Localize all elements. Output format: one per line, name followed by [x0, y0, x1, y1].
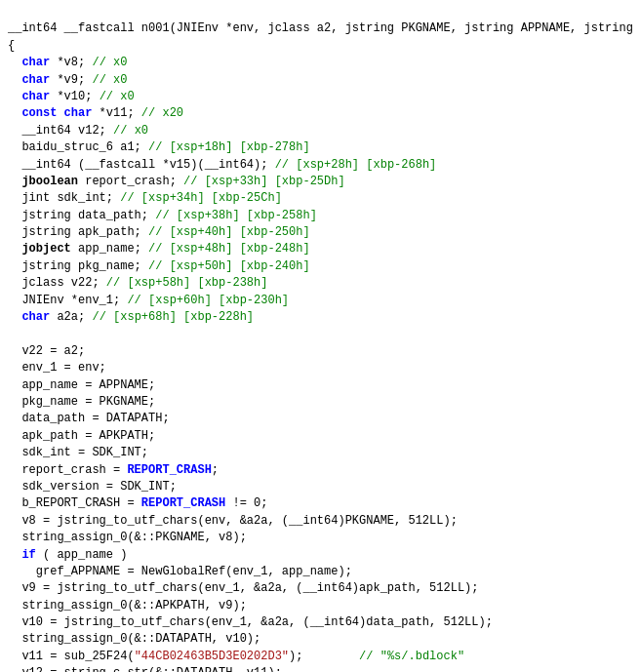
code-token: // [xsp+28h] [xbp-268h]	[275, 158, 437, 172]
code-token: jboolean	[21, 175, 78, 188]
code-line: JNIEnv *env_1; // [xsp+60h] [xbp-230h]	[0, 293, 640, 309]
code-token: // [xsp+18h] [xbp-278h]	[148, 140, 310, 154]
code-token: // x0	[113, 124, 148, 138]
code-token: // [xsp+50h] [xbp-240h]	[148, 259, 310, 273]
code-line: const char *v11; // x20	[0, 105, 640, 122]
code-line: jobject app_name; // [xsp+48h] [xbp-248h…	[0, 241, 640, 257]
code-token: "44CB02463B5D3E0202D3"	[135, 650, 289, 663]
code-token: // x20	[141, 106, 183, 120]
code-line: app_name = APPNAME;	[0, 377, 640, 394]
code-token: // [xsp+40h] [xbp-250h]	[148, 225, 310, 239]
code-line: jstring data_path; // [xsp+38h] [xbp-258…	[0, 208, 640, 224]
code-line: jboolean report_crash; // [xsp+33h] [xbp…	[0, 174, 640, 190]
code-line: __int64 (__fastcall *v15)(__int64); // […	[0, 157, 640, 174]
code-line: gref_APPNAME = NewGlobalRef(env_1, app_n…	[0, 564, 640, 580]
code-line: b_REPORT_CRASH = REPORT_CRASH != 0;	[0, 495, 640, 512]
code-line: v11 = sub_25F24("44CB02463B5D3E0202D3");…	[0, 649, 640, 665]
code-line: baidu_struc_6 a1; // [xsp+18h] [xbp-278h…	[0, 139, 640, 156]
code-token: // x0	[92, 73, 127, 87]
code-line: if ( app_name )	[0, 547, 640, 564]
code-line: sdk_int = SDK_INT;	[0, 445, 640, 461]
code-token: // [xsp+34h] [xbp-25Ch]	[120, 191, 282, 205]
code-line: __int64 v12; // x0	[0, 123, 640, 139]
code-line: string_assign_0(&::DATAPATH, v10);	[0, 631, 640, 648]
code-token: // x0	[100, 90, 135, 103]
code-line: report_crash = REPORT_CRASH;	[0, 462, 640, 479]
code-token: // x0	[92, 56, 127, 69]
code-line: v9 = jstring_to_utf_chars(env_1, &a2a, (…	[0, 580, 640, 597]
code-line: ​	[0, 326, 640, 342]
code-token: // [xsp+58h] [xbp-238h]	[106, 276, 268, 290]
code-line: data_path = DATAPATH;	[0, 411, 640, 427]
code-token: // [xsp+33h] [xbp-25Dh]	[183, 175, 345, 188]
code-token: // [xsp+38h] [xbp-258h]	[155, 209, 317, 222]
code-token: // [xsp+60h] [xbp-230h]	[127, 294, 289, 307]
code-line: string_assign_0(&::APKPATH, v9);	[0, 598, 640, 614]
code-line: char *v9; // x0	[0, 72, 640, 89]
code-token: jobject	[21, 242, 70, 256]
code-line: v22 = a2;	[0, 343, 640, 360]
code-line: jstring pkg_name; // [xsp+50h] [xbp-240h…	[0, 258, 640, 275]
code-line: sdk_version = SDK_INT;	[0, 479, 640, 495]
code-line: jclass v22; // [xsp+58h] [xbp-238h]	[0, 275, 640, 292]
code-token: char	[21, 90, 50, 103]
code-token: REPORT_CRASH	[127, 463, 211, 477]
code-line: pkg_name = PKGNAME;	[0, 394, 640, 411]
code-token: if	[21, 548, 35, 562]
code-line: {	[0, 38, 640, 55]
code-line: char *v10; // x0	[0, 89, 640, 105]
code-line: char *v8; // x0	[0, 55, 640, 71]
code-token: char	[21, 56, 50, 69]
code-line: v10 = jstring_to_utf_chars(env_1, &a2a, …	[0, 614, 640, 631]
code-line: string_assign_0(&::PKGNAME, v8);	[0, 530, 640, 546]
code-line: env_1 = env;	[0, 360, 640, 376]
code-view: __int64 __fastcall n001(JNIEnv *env, jcl…	[0, 0, 640, 672]
code-line: apk_path = APKPATH;	[0, 428, 640, 445]
code-line: char a2a; // [xsp+68h] [xbp-228h]	[0, 309, 640, 326]
code-token: const char	[21, 106, 92, 120]
code-line: v12 = string_c_str(&::DATAPATH, v11);	[0, 665, 640, 672]
code-line: jstring apk_path; // [xsp+40h] [xbp-250h…	[0, 224, 640, 241]
code-token: // [xsp+48h] [xbp-248h]	[148, 242, 310, 256]
code-token: // "%s/.bdlock"	[359, 650, 464, 663]
code-token: // [xsp+68h] [xbp-228h]	[92, 310, 254, 324]
code-line: v8 = jstring_to_utf_chars(env, &a2a, (__…	[0, 513, 640, 530]
code-token: char	[21, 73, 50, 87]
code-token: char	[21, 310, 50, 324]
code-line: jint sdk_int; // [xsp+34h] [xbp-25Ch]	[0, 190, 640, 207]
code-token: REPORT_CRASH	[141, 496, 225, 510]
code-line: __int64 __fastcall n001(JNIEnv *env, jcl…	[0, 20, 640, 37]
